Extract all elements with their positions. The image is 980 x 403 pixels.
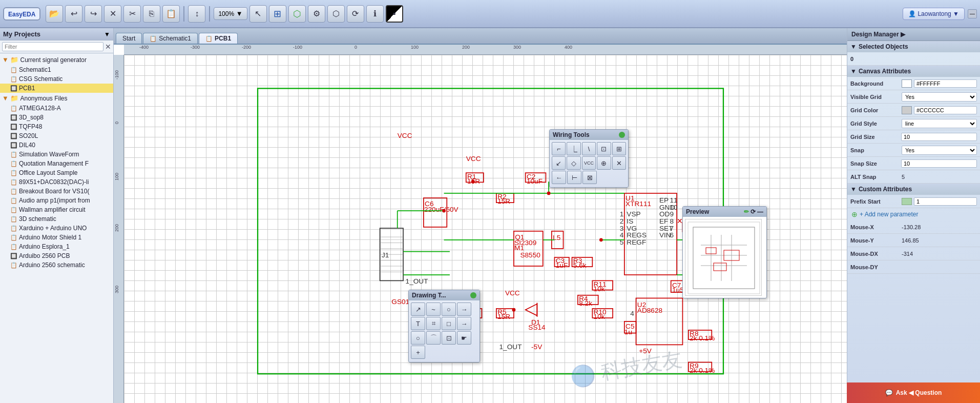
mirror-btn[interactable]: ↕	[188, 5, 205, 23]
grid-color-input[interactable]	[914, 106, 977, 114]
snap-size-input[interactable]	[901, 159, 977, 168]
tree-item-tqfp48[interactable]: 🔲 TQFP48	[0, 122, 113, 131]
tree-item-89x51[interactable]: 📋 89X51+DAC0832(DAC)-li	[0, 177, 113, 187]
background-input[interactable]	[914, 79, 977, 88]
vcc-tool-btn[interactable]: VCC	[582, 156, 596, 170]
design-manager-btn[interactable]: Design Manager ▶	[847, 28, 980, 41]
tab-pcb1[interactable]: 📋 PCB1	[199, 33, 238, 44]
tree-item-pcb1[interactable]: 🔲 PCB1	[0, 84, 113, 93]
preview-refresh-icon[interactable]: ⟳	[750, 208, 756, 215]
draw-text-btn[interactable]: T	[411, 317, 425, 330]
preview-edit-icon[interactable]: ✏	[744, 208, 749, 215]
bus-tool-btn[interactable]: ⎿	[567, 142, 580, 155]
tree-item-wallman[interactable]: 📋 Wallman amplifier circuit	[0, 205, 113, 214]
theme-btn[interactable]: ▪	[386, 5, 403, 23]
visible-grid-row: Visible Grid Yes No	[847, 90, 980, 104]
power-tool-btn[interactable]: ⊞	[612, 142, 626, 155]
tree-item-esplora[interactable]: 📋 Arduino Esplora_1	[0, 242, 113, 251]
net-tool-btn[interactable]: \	[582, 142, 596, 155]
select-btn[interactable]: ↖	[249, 5, 267, 23]
grid-size-input[interactable]	[901, 133, 977, 141]
custom-attributes-section[interactable]: ▼ Custom Attributes	[847, 184, 980, 195]
canvas-grid[interactable]: VCC VCC VCC VCC J1	[124, 55, 847, 403]
filter-close-icon[interactable]: ✕	[105, 43, 111, 51]
draw-pan-btn[interactable]: ☛	[457, 331, 471, 345]
tab-schematic1[interactable]: 📋 Schematic1	[143, 33, 198, 44]
draw-rect-btn[interactable]: □	[442, 317, 456, 330]
paste-btn[interactable]: 📋	[162, 5, 180, 23]
draw-right-btn[interactable]: →	[457, 303, 471, 316]
canvas-attributes-section[interactable]: ▼ Canvas Attributes	[847, 66, 980, 77]
draw-curve-btn[interactable]: ~	[426, 303, 441, 316]
tree-item-arduino2560[interactable]: 📋 Arduino 2560 schematic	[0, 260, 113, 270]
info-btn[interactable]: ℹ	[366, 5, 384, 23]
undo-btn[interactable]: ↩	[65, 5, 82, 23]
delete-btn[interactable]: ✕	[104, 5, 121, 23]
tree-item-audio[interactable]: 📋 Audio amp p1(import from	[0, 196, 113, 205]
zoom-control[interactable]: 100% ▼	[214, 7, 247, 20]
fork-btn[interactable]: ⊢	[567, 171, 581, 184]
tree-item-breakout[interactable]: 📋 Breakout Board for VS10(	[0, 187, 113, 196]
visible-grid-select[interactable]: Yes No	[902, 92, 977, 102]
junction-tool-btn[interactable]: ⊡	[597, 142, 611, 155]
tree-item-3d[interactable]: 📋 3D schematic	[0, 214, 113, 224]
plus-tool-btn[interactable]: ⊕	[597, 156, 611, 170]
draw-pin-btn[interactable]: ⌗	[426, 317, 441, 330]
tree-item-3dsop8[interactable]: 🔲 3D_sop8	[0, 113, 113, 122]
draw-image-btn[interactable]: ⊡	[442, 331, 456, 345]
draw-arrow-btn[interactable]: ↗	[411, 303, 425, 316]
tree-item-schematic1[interactable]: 📋 Schematic1	[0, 65, 113, 74]
simulate-btn[interactable]: ⬡	[288, 5, 306, 23]
tree-item-atmega[interactable]: 📋 ATMEGA128-A	[0, 104, 113, 113]
wiring-tools-header[interactable]: Wiring Tools	[550, 130, 628, 140]
history-btn[interactable]: ⟳	[347, 5, 364, 23]
tree-item-xarduino[interactable]: 📋 Xarduino + Arduino UNO	[0, 224, 113, 233]
add-param-btn[interactable]: ⊕ + Add new parameter	[847, 208, 980, 220]
prefix-start-input[interactable]	[914, 197, 977, 206]
grid-color-swatch[interactable]	[902, 106, 912, 114]
drawing-tools-header[interactable]: Drawing T...	[409, 290, 479, 300]
tree-item-quotation[interactable]: 📋 Quotation Management F	[0, 159, 113, 168]
settings-btn[interactable]: ⚙	[308, 5, 325, 23]
tree-item-motor[interactable]: 📋 Arduino Motor Shield 1	[0, 233, 113, 242]
netlist-btn[interactable]: ⊞	[269, 5, 286, 23]
filter-input[interactable]	[2, 42, 103, 51]
tree-item-csg[interactable]: 📋 CSG Schematic	[0, 74, 113, 84]
tree-section-current[interactable]: ▼ 📁 Current signal generator	[0, 54, 113, 65]
left-arrow-btn[interactable]: ←	[552, 171, 566, 184]
open-file-btn[interactable]: 📂	[46, 5, 63, 23]
tree-item-office[interactable]: 📋 Office Layout Sample	[0, 168, 113, 177]
canvas-container[interactable]: -400 -300 -200 -100 0 100 200 300 400 -1…	[114, 45, 847, 403]
diamond-tool-btn[interactable]: ◇	[567, 156, 580, 170]
box2-btn[interactable]: ⊠	[582, 171, 597, 184]
cut-btn[interactable]: ✂	[123, 5, 141, 23]
draw-cross-btn[interactable]: +	[411, 346, 425, 359]
draw-arc-btn[interactable]: ○	[411, 331, 425, 345]
preview-close-icon[interactable]: —	[757, 208, 763, 215]
tree-item-simwave[interactable]: 📋 Simulation WaveForm	[0, 150, 113, 159]
tree-item-so20l[interactable]: 🔲 SO20L	[0, 131, 113, 140]
x-tool-btn[interactable]: ✕	[612, 156, 626, 170]
background-swatch[interactable]	[902, 79, 912, 88]
tree-item-dil40[interactable]: 🔲 DIL40	[0, 140, 113, 150]
draw-poly-btn[interactable]: →	[457, 317, 471, 330]
tree-item-arduibo[interactable]: 🔲 Arduibo 2560 PCB	[0, 251, 113, 260]
tab-start[interactable]: Start	[116, 33, 142, 44]
draw-circle-btn[interactable]: ○	[442, 303, 456, 316]
draw-bezier-btn[interactable]: ⌒	[426, 331, 441, 345]
copy-btn[interactable]: ⎘	[143, 5, 160, 23]
redo-btn[interactable]: ↪	[85, 5, 102, 23]
ask-question-btn[interactable]: 💬 Ask ◀ Question	[847, 382, 980, 403]
arrow-tool-btn[interactable]: ↙	[552, 156, 566, 170]
grid-style-select[interactable]: line dot	[902, 119, 977, 128]
share-btn[interactable]: ⬡	[327, 5, 345, 23]
svg-text:XTR111: XTR111	[625, 200, 651, 208]
app-logo[interactable]: EasyEDA	[3, 7, 40, 21]
selected-objects-section[interactable]: ▼ Selected Objects	[847, 41, 980, 52]
user-menu-btn[interactable]: 👤 Laowantong ▼	[903, 8, 965, 20]
minimize-btn[interactable]: —	[968, 9, 977, 18]
wire-tool-btn[interactable]: ⌐	[552, 142, 566, 155]
snap-select[interactable]: Yes No	[902, 146, 977, 155]
ruler-tick: -100	[293, 45, 302, 50]
tree-section-anon[interactable]: ▼ 📁 Anonymous Files	[0, 93, 113, 104]
